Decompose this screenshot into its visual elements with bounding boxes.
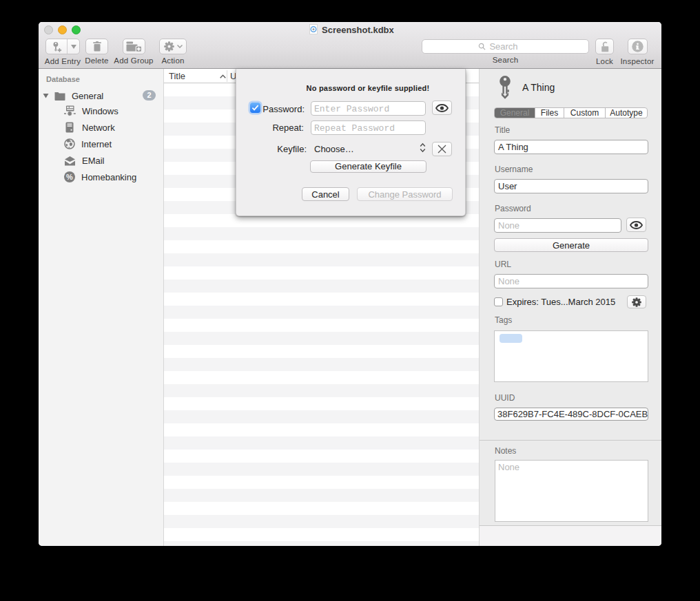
svg-text:%: % bbox=[66, 173, 73, 181]
